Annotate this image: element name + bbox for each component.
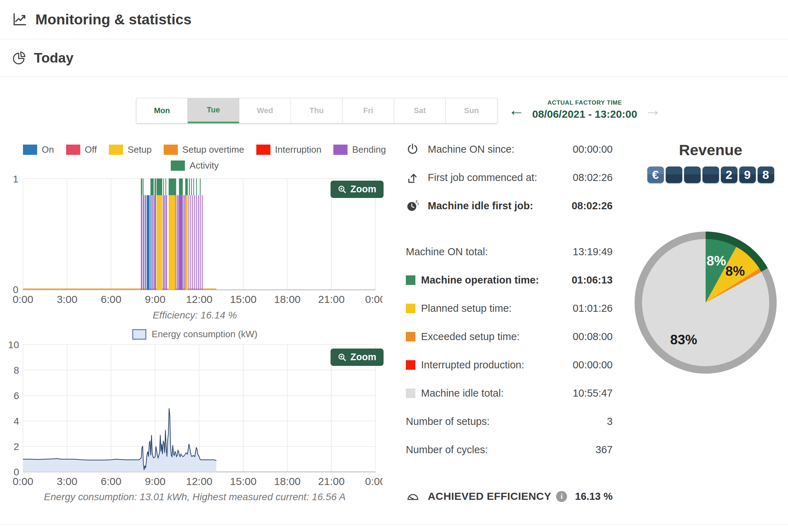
stat-value: 00:00:00: [573, 359, 613, 371]
pie-slice-label: 8%: [725, 264, 745, 279]
tab-tue[interactable]: Tue: [188, 98, 239, 123]
legend-item-bending[interactable]: Bending: [333, 144, 386, 155]
timeline-zoom-button[interactable]: Zoom: [331, 181, 384, 198]
pie-slices: [642, 239, 769, 366]
first-job-icon: [406, 171, 423, 184]
machine-state-chart: 0:003:006:009:0012:0015:0018:0021:000:00…: [7, 175, 383, 309]
factory-time-value: 08/06/2021 - 13:20:00: [532, 108, 638, 120]
zoom-button-label: Zoom: [350, 352, 377, 363]
stat-value: 13:19:49: [573, 246, 613, 258]
stat-planned-setup: Planned setup time: 01:01:26: [406, 294, 613, 322]
digit-tile: [684, 166, 701, 183]
tab-mon[interactable]: Mon: [136, 98, 188, 123]
stat-idle-first-job: z z Machine idle first job: 08:02:26: [406, 192, 613, 220]
stat-machine-on-since: Machine ON since: 00:00:00: [406, 135, 613, 163]
digit-tile: 8: [758, 166, 774, 183]
legend-label: Interruption: [275, 144, 322, 155]
legend-label: Bending: [352, 144, 386, 155]
stat-label: First job commenced at:: [428, 172, 537, 183]
next-day-arrow-icon[interactable]: →: [645, 102, 661, 118]
energy-zoom-button[interactable]: Zoom: [331, 349, 384, 366]
stat-machine-on-total: Machine ON total: 13:19:49: [406, 238, 613, 266]
stat-label: Machine ON total:: [406, 246, 488, 258]
state-legend-row2: Activity: [7, 160, 383, 171]
stat-achieved-efficiency: ACHIEVED EFFICIENCY i 16.13 %: [406, 482, 613, 510]
planned-setup-swatch: [406, 304, 415, 313]
legend-item-off[interactable]: Off: [66, 144, 97, 155]
stat-value: 16.13 %: [575, 491, 613, 502]
factory-time-label: ACTUAL FACTORY TIME: [532, 99, 638, 106]
revenue-title: Revenue: [633, 141, 788, 159]
svg-text:3:00: 3:00: [57, 293, 77, 305]
line-chart-icon: [11, 11, 28, 28]
svg-text:12:00: 12:00: [186, 293, 212, 305]
svg-text:0:00: 0:00: [365, 475, 383, 487]
tab-sun[interactable]: Sun: [446, 98, 497, 123]
stat-label: Planned setup time:: [421, 303, 512, 314]
prev-day-arrow-icon[interactable]: ←: [508, 102, 525, 118]
stat-value: 00:00:00: [573, 144, 613, 155]
svg-text:6:00: 6:00: [101, 475, 121, 487]
efficiency-caption: Efficiency: 16.14 %: [7, 310, 383, 321]
stat-number-of-setups: Number of setups: 3: [406, 407, 613, 435]
legend-item-activity[interactable]: Activity: [171, 160, 218, 171]
stat-value: 01:01:26: [573, 303, 613, 314]
svg-text:1: 1: [13, 175, 18, 185]
pie-chart-icon: [11, 50, 27, 66]
day-tab-strip: Mon Tue Wed Thu Fri Sat Sun: [136, 98, 497, 123]
energy-chart: 0:003:006:009:0012:0015:0018:0021:000:00…: [7, 336, 383, 498]
factory-time: ← ACTUAL FACTORY TIME 08/06/2021 - 13:20…: [508, 99, 661, 120]
tab-thu[interactable]: Thu: [291, 98, 343, 123]
svg-text:9:00: 9:00: [145, 293, 165, 305]
svg-text:8: 8: [13, 365, 19, 376]
stat-label: Machine idle total:: [421, 387, 504, 399]
section-title: Today: [34, 50, 74, 66]
zoom-button-label: Zoom: [350, 184, 377, 195]
svg-text:6:00: 6:00: [101, 293, 121, 305]
stats-panel: Machine ON since: 00:00:00 First job com…: [406, 135, 613, 510]
gauge-icon: [406, 489, 423, 503]
currency-tile: €: [647, 166, 664, 183]
info-icon[interactable]: i: [556, 491, 567, 502]
legend-item-setup[interactable]: Setup: [109, 144, 152, 155]
off-swatch: [66, 145, 80, 155]
legend-item-interruption[interactable]: Interruption: [256, 144, 322, 155]
stat-label: Number of cycles:: [406, 444, 488, 456]
legend-item-on[interactable]: On: [23, 144, 54, 155]
idle-clock-icon: z z: [406, 199, 423, 212]
interruption-swatch: [256, 145, 270, 155]
stat-value: 3: [607, 416, 613, 427]
svg-text:21:00: 21:00: [318, 475, 345, 487]
stat-label: Machine operation time:: [421, 274, 539, 286]
legend-label: Off: [85, 144, 97, 155]
tab-fri[interactable]: Fri: [343, 98, 394, 123]
stat-label: Interrupted production:: [421, 359, 524, 371]
tab-wed[interactable]: Wed: [239, 98, 291, 123]
tab-sat[interactable]: Sat: [394, 98, 446, 123]
legend-label: Activity: [189, 160, 218, 171]
power-icon: [406, 142, 423, 156]
operation-swatch: [406, 275, 415, 285]
svg-text:15:00: 15:00: [230, 475, 257, 487]
stat-number-of-cycles: Number of cycles: 367: [406, 435, 613, 464]
revenue-panel: Revenue € 2 9 8: [633, 141, 788, 183]
pie-slice-label: 83%: [670, 332, 697, 347]
digit-tile: [666, 166, 682, 183]
stats-spacer: [406, 464, 613, 482]
stat-label: Number of setups:: [406, 416, 490, 427]
digit-tile: 9: [739, 166, 756, 183]
svg-text:21:00: 21:00: [318, 293, 345, 305]
stat-value: 10:55:47: [573, 387, 613, 399]
svg-text:0:00: 0:00: [365, 293, 383, 305]
svg-text:12:00: 12:00: [186, 475, 212, 487]
digit-tile: [702, 166, 719, 183]
bottom-divider: [0, 524, 788, 525]
svg-text:0: 0: [13, 284, 18, 295]
magnifier-plus-icon: [338, 353, 347, 362]
stat-value: 08:02:26: [573, 172, 613, 183]
svg-text:18:00: 18:00: [274, 293, 300, 305]
legend-item-setup-overtime[interactable]: Setup overtime: [164, 144, 244, 155]
svg-text:15:00: 15:00: [230, 293, 257, 305]
stat-interrupted: Interrupted production: 00:00:00: [406, 351, 613, 379]
stat-idle-total: Machine idle total: 10:55:47: [406, 379, 613, 407]
